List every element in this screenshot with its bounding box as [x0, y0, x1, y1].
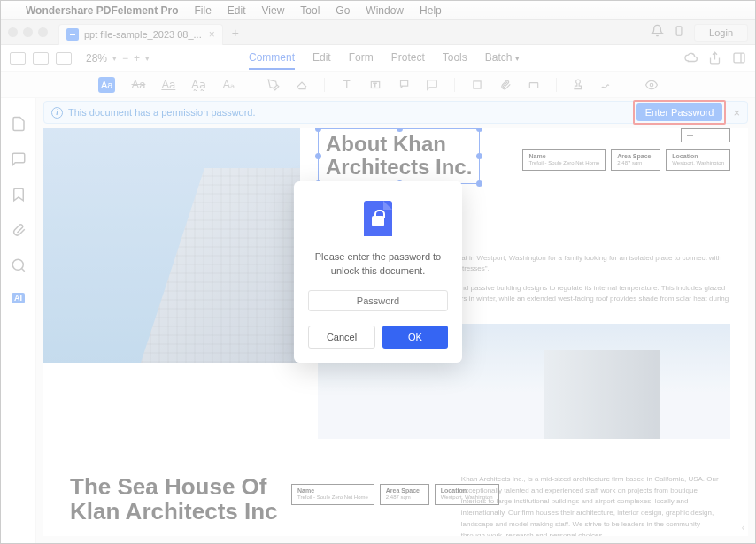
modal-message: Please enter the password to unlock this…	[308, 250, 448, 278]
password-input[interactable]	[308, 290, 448, 311]
ok-button[interactable]: OK	[382, 326, 448, 349]
lock-document-icon	[364, 201, 392, 236]
cancel-button[interactable]: Cancel	[308, 326, 375, 349]
modal-overlay: Please enter the password to unlock this…	[1, 1, 755, 543]
password-modal: Please enter the password to unlock this…	[294, 181, 462, 363]
